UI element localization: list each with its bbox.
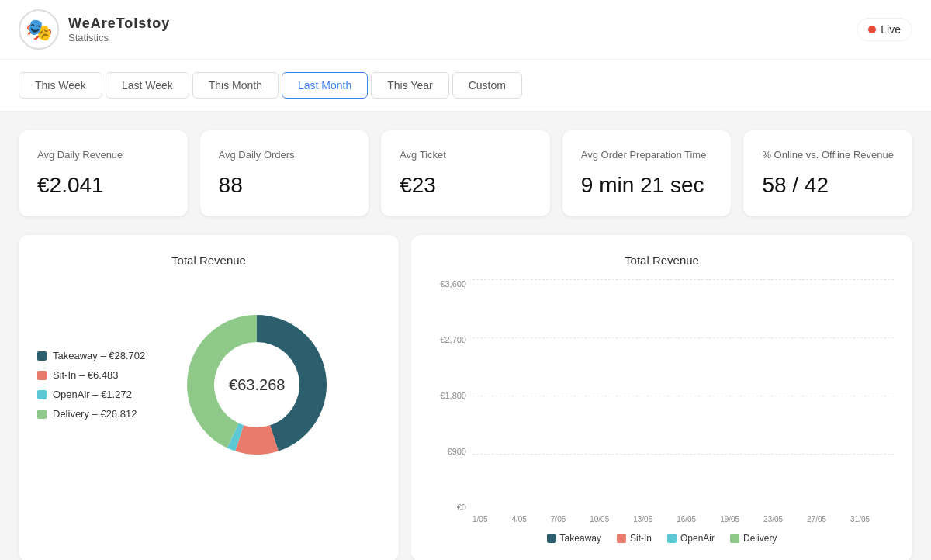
donut-container: €63.268 <box>164 292 350 478</box>
legend-item: Sit-In – €6.483 <box>37 369 145 381</box>
legend-dot <box>37 371 47 380</box>
stat-value: 88 <box>219 173 351 198</box>
stat-value: €23 <box>400 173 531 198</box>
bars-area <box>472 279 894 512</box>
legend-item: Takeaway – €28.702 <box>37 350 145 361</box>
stat-value: €2.041 <box>37 173 169 198</box>
x-axis-label: 27/05 <box>807 515 826 524</box>
tab-this-year[interactable]: This Year <box>371 72 448 99</box>
bar-legend-label: Delivery <box>743 533 777 544</box>
logo-area: 🎭 WeAreTolstoy Statistics <box>19 9 170 50</box>
live-indicator <box>868 26 876 33</box>
brand-name: WeAreTolstoy <box>68 16 170 32</box>
x-axis-label <box>578 515 590 524</box>
x-axis: 1/054/057/0510/0513/0516/0519/0523/0527/… <box>472 515 894 524</box>
y-axis-label: €900 <box>430 447 472 456</box>
bar-legend-item: Delivery <box>730 533 777 544</box>
y-axis: €3,600€2,700€1,800€900€0 <box>430 279 472 512</box>
y-axis-label: €1,800 <box>430 391 472 400</box>
x-axis-label: 7/05 <box>551 515 566 524</box>
x-axis-label <box>826 515 838 524</box>
stat-value: 9 min 21 sec <box>581 173 713 198</box>
stat-label: Avg Order Preparation Time <box>581 149 713 161</box>
x-axis-label: 10/05 <box>590 515 609 524</box>
bar-legend-label: Sit-In <box>630 533 652 544</box>
x-axis-label <box>882 515 894 524</box>
x-axis-label <box>538 515 550 524</box>
stat-card: Avg Daily Revenue €2.041 <box>19 130 188 216</box>
legend-dot <box>37 351 47 361</box>
logo-circle: 🎭 <box>19 9 59 50</box>
x-axis-label <box>500 515 511 524</box>
stats-row: Avg Daily Revenue €2.041Avg Daily Orders… <box>19 130 912 216</box>
legend-label: Takeaway – €28.702 <box>53 350 145 361</box>
x-axis-label <box>621 515 633 524</box>
x-axis-label <box>783 515 794 524</box>
bar-chart-area: €3,600€2,700€1,800€900€0 1/054/057/0510/… <box>430 279 894 543</box>
x-axis-label <box>708 515 720 524</box>
y-axis-label: €3,600 <box>430 279 472 289</box>
x-axis-label: 4/05 <box>511 515 526 524</box>
stat-card: Avg Daily Orders 88 <box>200 130 369 216</box>
tab-this-week[interactable]: This Week <box>19 72 102 99</box>
bar-chart-title: Total Revenue <box>430 254 894 267</box>
donut-center-value: €63.268 <box>229 376 285 394</box>
bar-legend-dot <box>617 534 626 543</box>
stat-label: Avg Ticket <box>400 149 531 161</box>
x-axis-label <box>752 515 763 524</box>
x-axis-label <box>839 515 850 524</box>
bar-legend-dot <box>547 534 556 543</box>
bar-chart-card: Total Revenue €3,600€2,700€1,800€900€0 1… <box>411 235 912 560</box>
tab-last-month[interactable]: Last Month <box>282 72 368 99</box>
x-axis-label: 23/05 <box>763 515 783 524</box>
bar-legend: Takeaway Sit-In OpenAir Delivery <box>430 533 894 544</box>
legend-dot <box>37 390 47 399</box>
stat-card: % Online vs. Offline Revenue 58 / 42 <box>743 130 912 216</box>
bar-legend-dot <box>667 534 677 543</box>
live-label: Live <box>881 23 901 36</box>
header: 🎭 WeAreTolstoy Statistics Live <box>0 0 931 60</box>
legend-label: OpenAir – €1.272 <box>53 389 132 400</box>
tab-this-month[interactable]: This Month <box>192 72 279 99</box>
x-axis-label: 1/05 <box>472 515 487 524</box>
x-axis-label: 13/05 <box>633 515 652 524</box>
legend-label: Delivery – €26.812 <box>53 408 137 420</box>
tab-last-week[interactable]: Last Week <box>106 72 189 99</box>
tab-custom[interactable]: Custom <box>452 72 522 99</box>
legend-label: Sit-In – €6.483 <box>53 369 119 381</box>
x-axis-label <box>566 515 577 524</box>
stat-card: Avg Order Preparation Time 9 min 21 sec <box>562 130 732 216</box>
x-axis-label <box>609 515 621 524</box>
bar-legend-item: Sit-In <box>617 533 652 544</box>
x-axis-label <box>487 515 499 524</box>
brand-text: WeAreTolstoy Statistics <box>68 16 170 43</box>
x-axis-label <box>527 515 538 524</box>
y-axis-label: €0 <box>430 503 472 512</box>
stat-label: % Online vs. Offline Revenue <box>762 149 894 161</box>
tabs-area: This WeekLast WeekThis MonthLast MonthTh… <box>0 60 931 112</box>
bar-legend-item: OpenAir <box>667 533 715 544</box>
legend-dot <box>37 410 47 419</box>
x-axis-label <box>870 515 881 524</box>
bar-chart-inner: €3,600€2,700€1,800€900€0 <box>430 279 894 512</box>
legend-item: OpenAir – €1.272 <box>37 389 145 400</box>
x-axis-label <box>795 515 807 524</box>
bar-legend-label: OpenAir <box>680 533 715 544</box>
y-axis-label: €2,700 <box>430 335 472 344</box>
main-content: Avg Daily Revenue €2.041Avg Daily Orders… <box>0 112 931 560</box>
stat-value: 58 / 42 <box>762 173 894 198</box>
tabs-container: This WeekLast WeekThis MonthLast MonthTh… <box>19 72 912 99</box>
stat-card: Avg Ticket €23 <box>381 130 550 216</box>
donut-area: Takeaway – €28.702 Sit-In – €6.483 OpenA… <box>37 279 380 490</box>
live-badge: Live <box>857 18 912 41</box>
x-axis-label <box>696 515 708 524</box>
brand-subtitle: Statistics <box>68 32 170 43</box>
bar-legend-dot <box>730 534 739 543</box>
stat-label: Avg Daily Revenue <box>37 149 169 161</box>
donut-legend: Takeaway – €28.702 Sit-In – €6.483 OpenA… <box>37 350 145 420</box>
donut-chart-title: Total Revenue <box>37 254 380 267</box>
x-axis-label <box>665 515 677 524</box>
x-axis-label: 31/05 <box>850 515 870 524</box>
bar-legend-label: Takeaway <box>560 533 601 544</box>
stat-label: Avg Daily Orders <box>219 149 351 161</box>
